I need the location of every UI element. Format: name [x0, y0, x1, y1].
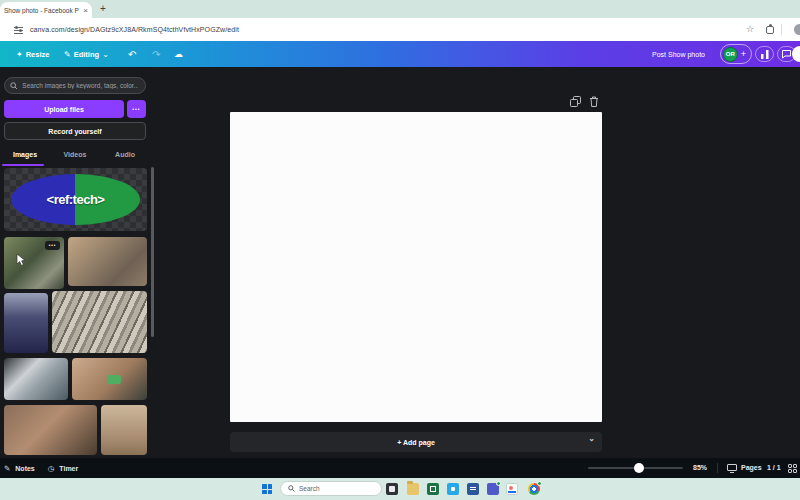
- timer-button[interactable]: Timer: [59, 465, 78, 472]
- account-pill[interactable]: OR +: [720, 44, 752, 64]
- pages-icon: [727, 464, 737, 471]
- uploads-search-input[interactable]: [20, 81, 140, 90]
- taskbar-paint[interactable]: [506, 483, 518, 495]
- mouse-cursor: [16, 253, 28, 267]
- statusbar: ✎ Notes ◷ Timer 85% Pages 1 / 1: [0, 458, 800, 478]
- design-title[interactable]: Post Show photo: [652, 41, 705, 67]
- timer-icon: ◷: [48, 464, 55, 473]
- notes-button[interactable]: Notes: [15, 465, 34, 472]
- tab-images[interactable]: Images: [0, 146, 50, 164]
- upload-thumb-hand-holding-phone[interactable]: [72, 358, 147, 400]
- sparkle-icon: ✦: [16, 50, 23, 59]
- upload-files-button[interactable]: Upload files: [4, 100, 124, 118]
- url-text[interactable]: canva.com/design/DAGtz9cXJ8A/RkmSQ4tcthV…: [30, 26, 239, 33]
- taskbar-chrome[interactable]: [528, 483, 540, 495]
- browser-tabstrip: Show photo - Facebook P × +: [0, 0, 800, 18]
- status-badge: [496, 481, 501, 486]
- browser-tab[interactable]: Show photo - Facebook P ×: [0, 2, 92, 18]
- insights-chart-button[interactable]: [755, 46, 774, 62]
- pages-button[interactable]: Pages: [741, 464, 762, 471]
- windows-taskbar: Search: [0, 478, 800, 500]
- canva-toolbar: Home ✦ Resize ✎ Editing ⌄ ↶ ↷ ☁ Post Sho…: [0, 41, 800, 67]
- statusbar-divider: [717, 463, 718, 473]
- zoom-slider-knob[interactable]: [634, 463, 644, 473]
- chat-bubble-icon: [781, 49, 792, 59]
- upload-thumb-customer-at-kiosk[interactable]: [4, 405, 97, 455]
- extensions-icon[interactable]: [766, 26, 774, 34]
- upload-thumb-presenter-outdoors[interactable]: •••: [4, 237, 64, 289]
- taskbar-app-window[interactable]: [386, 483, 398, 495]
- delete-page-button[interactable]: [589, 93, 599, 111]
- chevron-down-icon: ⌄: [102, 50, 109, 59]
- duplicate-page-button[interactable]: [570, 93, 581, 111]
- start-button[interactable]: [262, 484, 272, 494]
- page-count: 1 / 1: [767, 464, 781, 471]
- notes-icon: ✎: [4, 464, 10, 473]
- taskbar-search[interactable]: Search: [280, 481, 382, 496]
- bookmark-star-icon[interactable]: ☆: [746, 24, 754, 34]
- status-badge: [537, 481, 542, 486]
- undo-button[interactable]: ↶: [128, 41, 136, 67]
- uploads-search[interactable]: [4, 77, 146, 94]
- upload-thumb-kiosk-displays[interactable]: [4, 293, 48, 353]
- site-settings-icon[interactable]: [14, 25, 23, 34]
- redo-button[interactable]: ↷: [152, 41, 160, 67]
- cloud-save-icon: ☁: [174, 41, 183, 67]
- trash-icon: [589, 96, 599, 107]
- upload-thumb-reftech-logo[interactable]: <ref:tech>: [4, 168, 147, 231]
- workspace: Upload files ••• Record yourself Images …: [0, 67, 800, 458]
- add-page-button[interactable]: + Add page ⌄: [230, 432, 602, 452]
- taskbar-excel[interactable]: [427, 483, 439, 495]
- upload-thumb-laptop-workspace[interactable]: [4, 358, 68, 400]
- grid-view-icon[interactable]: [788, 464, 797, 473]
- browser-urlbar: canva.com/design/DAGtz9cXJ8A/RkmSQ4tcthV…: [0, 18, 800, 41]
- tab-audio[interactable]: Audio: [100, 146, 150, 164]
- thumb-more-icon[interactable]: •••: [45, 241, 60, 250]
- editing-mode-dropdown[interactable]: ✎ Editing ⌄: [64, 41, 109, 67]
- design-page[interactable]: [230, 112, 602, 422]
- reftech-logo-text: <ref:tech>: [47, 192, 105, 207]
- tab-title: Show photo - Facebook P: [4, 7, 81, 14]
- search-icon: [10, 82, 17, 90]
- zoom-value[interactable]: 85%: [693, 464, 707, 471]
- upload-thumb-vending-machines-room[interactable]: [68, 237, 147, 286]
- tab-close-icon[interactable]: ×: [83, 6, 88, 15]
- taskbar-teams[interactable]: [487, 483, 499, 495]
- taskbar-file-explorer[interactable]: [407, 483, 419, 495]
- duplicate-page-icon: [570, 96, 581, 107]
- reftech-logo-ellipse: <ref:tech>: [11, 174, 140, 225]
- uploads-tabs: Images Videos Audio: [0, 146, 150, 164]
- browser-profile-avatar[interactable]: [794, 24, 800, 35]
- upload-more-button[interactable]: •••: [127, 100, 146, 118]
- avatar[interactable]: OR: [723, 47, 738, 62]
- search-icon: [288, 485, 295, 492]
- taskbar-word[interactable]: [467, 483, 479, 495]
- screen: Show photo - Facebook P × + canva.com/de…: [0, 0, 800, 500]
- urlbar-divider: [781, 24, 782, 35]
- tab-videos[interactable]: Videos: [50, 146, 100, 164]
- bar-chart-icon: [760, 50, 770, 59]
- add-page-chevron-icon[interactable]: ⌄: [588, 434, 595, 443]
- taskbar-mail[interactable]: [447, 483, 459, 495]
- add-member-button[interactable]: +: [741, 49, 746, 59]
- panel-scrollbar[interactable]: [151, 167, 154, 337]
- new-tab-button[interactable]: +: [100, 3, 106, 14]
- upload-thumb-branded-fridge[interactable]: [101, 405, 147, 455]
- resize-button[interactable]: ✦ Resize: [16, 41, 49, 67]
- pen-icon: ✎: [64, 50, 71, 59]
- upload-thumb-card-stack[interactable]: [52, 291, 147, 353]
- record-yourself-button[interactable]: Record yourself: [4, 122, 146, 140]
